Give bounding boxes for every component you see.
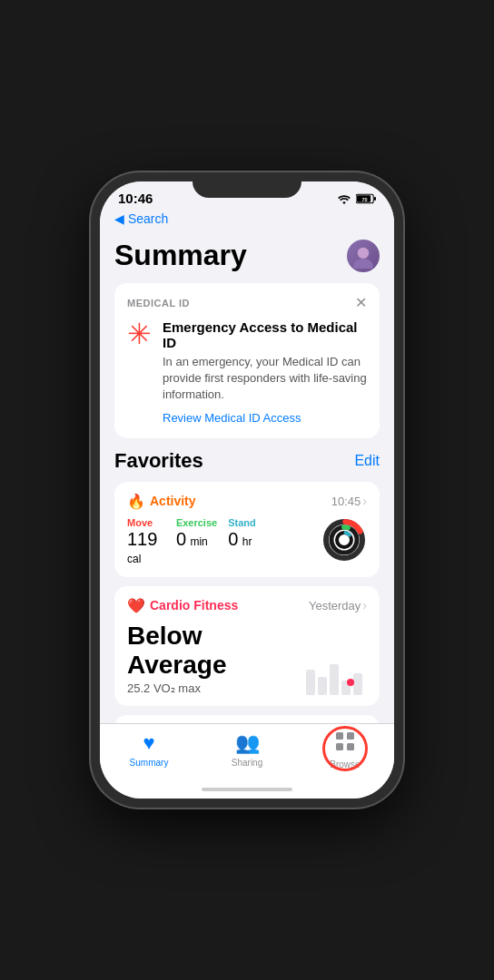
activity-title: Activity bbox=[150, 494, 196, 508]
activity-metrics: Move 119 cal Exercise 0 min Stand 0 bbox=[127, 517, 266, 566]
review-link[interactable]: Review Medical ID Access bbox=[163, 411, 301, 425]
stand-label: Stand bbox=[228, 517, 266, 528]
svg-rect-2 bbox=[374, 196, 376, 200]
back-button[interactable]: ◀ Search bbox=[114, 211, 168, 226]
phone-screen: 10:46 70 ◀ Search bbox=[100, 181, 394, 799]
favorites-title: Favorites bbox=[114, 449, 203, 473]
home-bar bbox=[202, 788, 292, 791]
medical-id-text: Emergency Access to Medical ID In an eme… bbox=[163, 319, 367, 426]
edit-button[interactable]: Edit bbox=[354, 453, 380, 469]
cardio-status: Below Average bbox=[127, 622, 306, 680]
medical-icon: ✳ bbox=[127, 319, 152, 348]
status-icons: 70 bbox=[337, 193, 376, 204]
svg-rect-14 bbox=[336, 743, 343, 750]
svg-rect-15 bbox=[347, 743, 354, 750]
page-title: Summary bbox=[114, 239, 247, 272]
wifi-icon bbox=[337, 193, 351, 204]
tab-sharing-label: Sharing bbox=[232, 758, 262, 768]
cardio-chevron: › bbox=[362, 598, 367, 612]
exercise-metric: Exercise 0 min bbox=[176, 517, 217, 550]
bar-3 bbox=[330, 664, 339, 695]
heart-icon: ❤️ bbox=[127, 597, 145, 614]
activity-body: Move 119 cal Exercise 0 min Stand 0 bbox=[127, 517, 367, 566]
cardio-values: Below Average 25.2 VO₂ max bbox=[127, 622, 306, 695]
chart-dot bbox=[347, 679, 354, 686]
svg-point-5 bbox=[353, 259, 373, 269]
cardio-time: Yesterday › bbox=[309, 598, 367, 612]
activity-time: 10:45 › bbox=[331, 494, 367, 508]
activity-ring bbox=[321, 517, 367, 566]
stand-value: 0 bbox=[228, 529, 238, 549]
bar-5 bbox=[353, 673, 362, 695]
battery-icon: 70 bbox=[356, 193, 376, 204]
notch bbox=[193, 172, 301, 198]
status-time: 10:46 bbox=[118, 191, 153, 206]
activity-title-row: 🔥 Activity bbox=[127, 493, 196, 510]
cardio-title-row: ❤️ Cardio Fitness bbox=[127, 597, 238, 614]
exercise-unit: min bbox=[190, 535, 207, 548]
svg-rect-13 bbox=[347, 732, 354, 740]
tab-browse-label: Browse bbox=[330, 760, 360, 769]
exercise-label: Exercise bbox=[176, 517, 217, 528]
medical-id-description: In an emergency, your Medical ID can pro… bbox=[163, 354, 367, 404]
tab-sharing[interactable]: 👥 Sharing bbox=[198, 731, 296, 769]
cardio-vo2: 25.2 VO₂ max bbox=[127, 681, 306, 695]
chevron-icon: › bbox=[362, 494, 367, 508]
cardio-notifications-card[interactable]: ❤️ Cardio Fitness Notifications Jun 24 ›… bbox=[114, 715, 380, 723]
move-unit: cal bbox=[127, 553, 141, 565]
medical-id-body: ✳ Emergency Access to Medical ID In an e… bbox=[127, 319, 367, 426]
phone-frame: 10:46 70 ◀ Search bbox=[91, 172, 403, 808]
bars bbox=[306, 662, 367, 695]
medical-id-header: MEDICAL ID ✕ bbox=[127, 296, 367, 310]
medical-id-title: Emergency Access to Medical ID bbox=[163, 319, 367, 350]
cardio-title: Cardio Fitness bbox=[150, 598, 238, 612]
nav-bar: ◀ Search bbox=[100, 210, 394, 231]
activity-card[interactable]: 🔥 Activity 10:45 › Move 119 cal bbox=[114, 482, 380, 577]
tab-bar: ♥ Summary 👥 Sharing Browse bbox=[100, 723, 394, 780]
cardio-header: ❤️ Cardio Fitness Yesterday › bbox=[127, 597, 367, 614]
svg-point-4 bbox=[358, 247, 369, 258]
medical-id-label: MEDICAL ID bbox=[127, 298, 190, 309]
tab-browse[interactable]: Browse bbox=[296, 731, 394, 769]
avatar[interactable] bbox=[347, 240, 380, 272]
page-header: Summary bbox=[114, 239, 380, 272]
cardio-body: Below Average 25.2 VO₂ max bbox=[127, 622, 367, 695]
move-value: 119 bbox=[127, 529, 157, 549]
favorites-header: Favorites Edit bbox=[114, 449, 380, 473]
close-button[interactable]: ✕ bbox=[355, 296, 367, 310]
cardio-fitness-card[interactable]: ❤️ Cardio Fitness Yesterday › Below Aver… bbox=[114, 586, 380, 706]
tab-summary[interactable]: ♥ Summary bbox=[100, 731, 198, 769]
tab-summary-label: Summary bbox=[130, 758, 169, 768]
bar-1 bbox=[306, 670, 315, 695]
medical-id-card: MEDICAL ID ✕ ✳ Emergency Access to Medic… bbox=[114, 283, 380, 438]
avatar-image bbox=[351, 243, 376, 269]
sharing-icon: 👥 bbox=[235, 731, 260, 755]
heart-tab-icon: ♥ bbox=[143, 731, 154, 755]
activity-header: 🔥 Activity 10:45 › bbox=[127, 493, 367, 510]
browse-icon bbox=[335, 731, 355, 757]
move-label: Move bbox=[127, 517, 165, 528]
exercise-value: 0 bbox=[176, 529, 186, 549]
flame-icon: 🔥 bbox=[127, 493, 145, 510]
home-indicator bbox=[100, 780, 394, 799]
svg-rect-12 bbox=[336, 732, 343, 740]
svg-text:70: 70 bbox=[362, 196, 368, 201]
move-metric: Move 119 cal bbox=[127, 517, 165, 566]
bar-2 bbox=[318, 677, 327, 695]
cardio-chart bbox=[306, 662, 367, 695]
stand-metric: Stand 0 hr bbox=[228, 517, 266, 550]
scroll-content: Summary MEDICAL ID ✕ ✳ Emergency bbox=[100, 231, 394, 723]
stand-unit: hr bbox=[242, 535, 252, 548]
